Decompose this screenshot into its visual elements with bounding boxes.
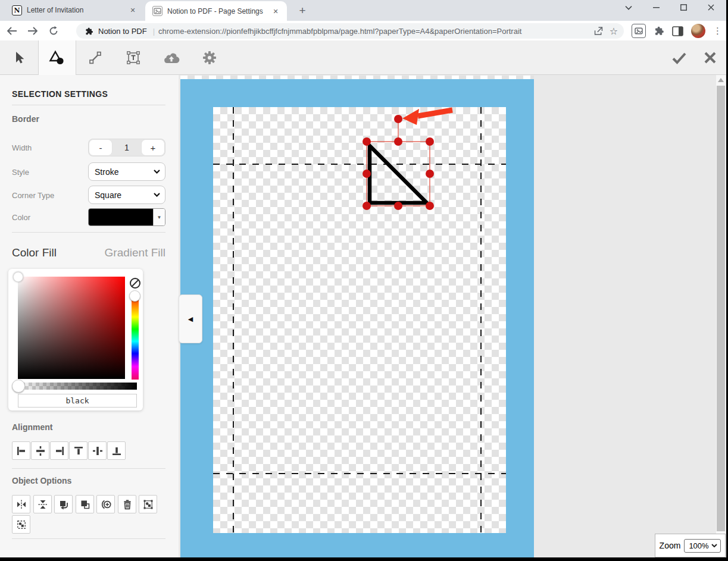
vertical-scrollbar[interactable] [716,75,726,557]
trash-icon [122,499,133,510]
select-tool-button[interactable] [0,40,38,75]
editor-canvas[interactable]: ◀ Zoom 100% [179,75,726,557]
sidebar-collapse-button[interactable]: ◀ [179,294,202,343]
border-width-stepper: - 1 + [88,139,165,156]
saturation-handle[interactable] [13,272,23,282]
divider [12,232,165,233]
alpha-slider[interactable] [18,383,137,390]
maximize-button[interactable] [670,0,697,15]
bring-forward-button[interactable] [76,495,94,513]
text-tool-button[interactable] [114,40,152,75]
share-icon[interactable] [593,26,604,36]
minimize-button[interactable] [642,0,670,15]
scroll-up-icon[interactable] [718,78,724,82]
bookmark-star-icon[interactable]: ☆ [610,26,618,37]
line-icon [88,51,102,65]
selection-settings-sidebar: SELECTION SETTINGS Border Width - 1 + St… [0,75,179,557]
new-tab-button[interactable]: + [295,4,310,18]
flip-horizontal-button[interactable] [12,495,30,513]
delete-button[interactable] [118,495,136,513]
apply-check-button[interactable] [671,50,688,65]
shapes-icon [49,50,65,65]
profile-avatar[interactable] [691,24,705,38]
tab-color-fill[interactable]: Color Fill [12,246,57,259]
tab-strip: N Letter of Invitation ✕ Notion to PDF -… [0,0,728,21]
scrollbar-thumb[interactable] [717,86,725,531]
style-label: Style [12,168,29,177]
editor-toolbar [0,40,728,75]
rotation-handle[interactable] [394,115,402,123]
hue-slider-thumb[interactable] [129,290,140,302]
align-middle-vertical-icon [92,446,103,456]
chevron-down-icon [154,193,160,197]
triangle-shape[interactable] [370,146,427,203]
align-top-button[interactable] [69,441,88,460]
flip-vertical-icon [38,499,48,510]
extension-name: Notion to PDF [98,27,147,36]
align-bottom-icon [111,446,122,456]
corner-type-select[interactable]: Square [88,186,165,204]
cursor-icon [12,51,26,65]
browser-menu-icon[interactable]: ⋮ [713,26,722,36]
extensions-puzzle-icon[interactable] [654,26,664,36]
side-panel-icon[interactable] [672,26,683,36]
no-color-icon[interactable] [129,277,141,289]
url-text: chrome-extension://pionfefhjikbcffjfcfnj… [158,27,589,36]
width-increment-button[interactable]: + [141,139,165,156]
align-bottom-button[interactable] [107,441,126,460]
align-right-button[interactable] [50,441,68,460]
align-middle-vertical-button[interactable] [88,441,107,460]
zoom-control: Zoom 100% [655,534,726,557]
back-icon[interactable] [3,23,21,39]
style-value: Stroke [95,167,154,177]
toolbar-confirm-group [671,40,717,75]
zoom-value: 100% [689,541,708,550]
tab-close-icon[interactable]: ✕ [270,6,281,17]
reload-icon[interactable] [45,23,63,39]
align-top-icon [73,446,84,456]
forward-icon[interactable] [24,23,42,39]
group-icon [143,499,154,510]
divider [12,105,165,105]
saturation-area[interactable] [18,277,125,379]
align-left-button[interactable] [12,441,30,460]
chevron-down-icon [154,170,160,174]
selected-triangle-shape[interactable] [213,107,506,533]
width-decrement-button[interactable]: - [89,139,113,156]
width-label: Width [12,143,32,152]
ungroup-button[interactable] [12,515,30,534]
send-backward-button[interactable] [54,495,73,513]
tab-gradient-fill[interactable]: Gradient Fill [105,246,165,259]
tab-search-chevron-icon[interactable] [615,0,642,15]
page-surround [180,79,534,557]
browser-action-icons: ⋮ [632,23,722,39]
cloud-upload-icon [163,52,180,64]
ungroup-icon [16,519,27,530]
zoom-select[interactable]: 100% [684,539,721,553]
line-tool-button[interactable] [76,40,114,75]
group-button[interactable] [139,495,157,513]
width-value: 1 [113,139,141,156]
close-window-button[interactable] [697,0,724,15]
window-controls [615,0,724,15]
discard-x-button[interactable] [703,51,717,65]
a4-page[interactable] [213,107,506,533]
pinned-extension-icon[interactable] [632,24,646,38]
address-bar[interactable]: Notion to PDF | chrome-extension://pionf… [76,23,624,39]
border-color-swatch[interactable]: ▼ [88,208,165,226]
color-name-input[interactable]: black [18,394,137,408]
hue-slider[interactable] [132,293,139,380]
shape-tool-button[interactable] [38,40,76,75]
tab-letter-of-invitation[interactable]: N Letter of Invitation ✕ [5,0,144,20]
navigation-bar: Notion to PDF | chrome-extension://pionf… [0,21,728,40]
alpha-slider-thumb[interactable] [12,380,25,393]
settings-tool-button[interactable] [190,40,229,75]
tab-close-icon[interactable]: ✕ [127,5,138,15]
upload-tool-button[interactable] [152,40,190,75]
tab-notion-to-pdf-page-settings[interactable]: Notion to PDF - Page Settings ✕ [145,1,287,21]
border-style-select[interactable]: Stroke [88,162,165,181]
align-center-horizontal-button[interactable] [31,441,49,460]
clone-icon [101,499,111,510]
flip-vertical-button[interactable] [33,495,52,513]
clone-button[interactable] [96,495,115,513]
